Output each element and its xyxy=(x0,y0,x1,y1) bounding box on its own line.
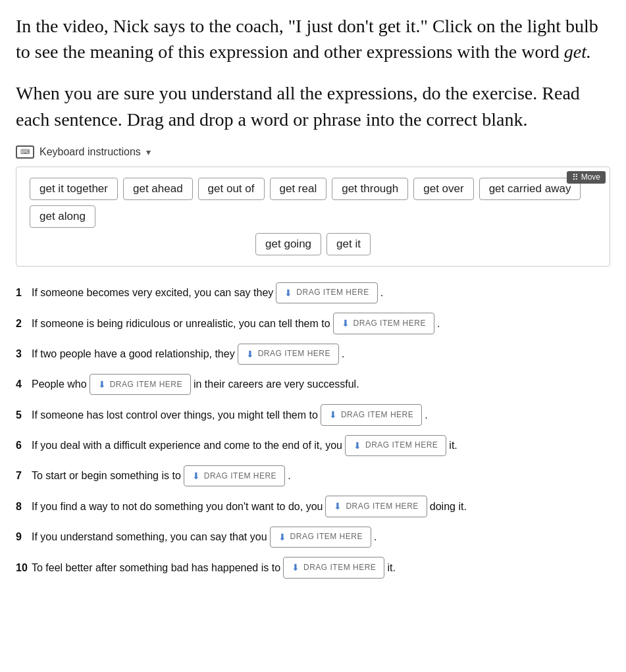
intro-paragraph-1: In the video, Nick says to the coach, "I… xyxy=(16,13,610,65)
chip-get-along[interactable]: get along xyxy=(30,205,95,228)
drop-arrow-7: ⬇ xyxy=(192,469,200,483)
question-7-after: . xyxy=(288,467,290,484)
question-5-before: If someone has lost control over things,… xyxy=(32,407,318,424)
question-7-before: To start or begin something is to xyxy=(32,467,181,484)
question-row-7: 7 To start or begin something is to ⬇ DR… xyxy=(16,465,610,486)
question-row-3: 3 If two people have a good relationship… xyxy=(16,344,610,365)
drop-zone-2[interactable]: ⬇ DRAG ITEM HERE xyxy=(333,313,434,334)
question-number-3: 3 xyxy=(16,346,28,363)
question-9-before: If you understand something, you can say… xyxy=(32,529,267,546)
question-row-10: 10 To feel better after something bad ha… xyxy=(16,557,610,578)
intro-text-part1: In the video, Nick says to the coach, "I… xyxy=(16,16,598,62)
question-8-after: doing it. xyxy=(430,498,467,515)
question-row-1: 1 If someone becomes very excited, you c… xyxy=(16,282,610,303)
drop-label-7: DRAG ITEM HERE xyxy=(204,470,276,482)
question-row-2: 2 If someone is being ridiculous or unre… xyxy=(16,313,610,334)
drag-chips-row1: get it together get ahead get out of get… xyxy=(30,178,596,228)
chip-get-through[interactable]: get through xyxy=(332,178,408,200)
question-row-9: 9 If you understand something, you can s… xyxy=(16,527,610,548)
chip-get-real[interactable]: get real xyxy=(270,178,327,200)
question-row-6: 6 If you deal with a difficult experienc… xyxy=(16,435,610,456)
drop-zone-3[interactable]: ⬇ DRAG ITEM HERE xyxy=(238,344,339,365)
move-button[interactable]: ⠿ Move xyxy=(567,171,606,184)
drop-arrow-9: ⬇ xyxy=(278,530,286,544)
drop-label-3: DRAG ITEM HERE xyxy=(258,348,330,360)
drop-arrow-4: ⬇ xyxy=(98,377,106,392)
question-3-after: . xyxy=(342,346,344,363)
move-label: Move xyxy=(581,172,600,182)
chip-get-going[interactable]: get going xyxy=(255,233,321,255)
keyboard-instructions-toggle[interactable]: ⌨ Keyboard instructions ▾ xyxy=(16,145,610,159)
chip-get-ahead[interactable]: get ahead xyxy=(123,178,193,200)
question-6-before: If you deal with a difficult experience … xyxy=(32,437,342,454)
question-9-after: . xyxy=(374,529,377,546)
drop-arrow-2: ⬇ xyxy=(342,316,350,330)
drop-arrow-6: ⬇ xyxy=(353,438,361,453)
question-row-4: 4 People who ⬇ DRAG ITEM HERE in their c… xyxy=(16,374,610,395)
question-2-before: If someone is being ridiculous or unreal… xyxy=(32,315,330,332)
question-row-5: 5 If someone has lost control over thing… xyxy=(16,404,610,425)
drop-label-9: DRAG ITEM HERE xyxy=(290,530,363,543)
drop-arrow-3: ⬇ xyxy=(246,347,254,361)
drop-zone-8[interactable]: ⬇ DRAG ITEM HERE xyxy=(325,496,427,517)
question-number-4: 4 xyxy=(16,376,28,393)
question-number-2: 2 xyxy=(16,315,28,332)
drop-label-1: DRAG ITEM HERE xyxy=(296,286,369,299)
drop-label-8: DRAG ITEM HERE xyxy=(346,500,418,513)
chip-get-it-together[interactable]: get it together xyxy=(30,178,118,200)
drop-label-10: DRAG ITEM HERE xyxy=(303,561,376,574)
question-4-after: in their careers are very successful. xyxy=(194,376,359,393)
question-8-before: If you find a way to not do something yo… xyxy=(32,498,323,515)
question-10-before: To feel better after something bad has h… xyxy=(32,559,280,577)
chip-get-out-of[interactable]: get out of xyxy=(198,178,265,200)
drop-zone-6[interactable]: ⬇ DRAG ITEM HERE xyxy=(345,435,446,456)
chip-get-over[interactable]: get over xyxy=(413,178,473,200)
question-1-after: . xyxy=(380,284,383,301)
question-row-8: 8 If you find a way to not do something … xyxy=(16,496,610,517)
drop-zone-4[interactable]: ⬇ DRAG ITEM HERE xyxy=(90,374,191,395)
question-4-before: People who xyxy=(32,376,87,393)
drag-chips-row2: get going get it xyxy=(30,233,596,255)
question-number-6: 6 xyxy=(16,437,28,454)
drop-zone-1[interactable]: ⬇ DRAG ITEM HERE xyxy=(276,282,377,303)
question-number-8: 8 xyxy=(16,498,28,515)
drop-arrow-1: ⬇ xyxy=(284,286,292,300)
question-number-1: 1 xyxy=(16,284,28,301)
question-number-7: 7 xyxy=(16,467,28,484)
question-3-before: If two people have a good relationship, … xyxy=(32,346,235,363)
question-number-5: 5 xyxy=(16,407,28,424)
drop-label-2: DRAG ITEM HERE xyxy=(353,317,426,330)
question-1-before: If someone becomes very excited, you can… xyxy=(32,284,273,301)
drop-label-6: DRAG ITEM HERE xyxy=(365,439,438,452)
drop-zone-5[interactable]: ⬇ DRAG ITEM HERE xyxy=(321,404,422,425)
keyboard-instructions-label: Keyboard instructions xyxy=(39,146,141,158)
question-10-after: it. xyxy=(387,559,395,577)
question-6-after: it. xyxy=(449,437,457,454)
chevron-down-icon: ▾ xyxy=(146,147,151,157)
question-2-after: . xyxy=(437,315,440,332)
chip-get-carried-away[interactable]: get carried away xyxy=(479,178,581,200)
move-icon: ⠿ xyxy=(572,172,579,182)
drag-items-container: ⠿ Move get it together get ahead get out… xyxy=(16,167,610,267)
question-number-10: 10 xyxy=(16,559,28,577)
questions-section: 1 If someone becomes very excited, you c… xyxy=(16,282,610,579)
keyboard-icon: ⌨ xyxy=(16,145,34,159)
drop-arrow-5: ⬇ xyxy=(329,407,337,422)
question-5-after: . xyxy=(425,407,427,424)
drop-arrow-10: ⬇ xyxy=(292,560,300,575)
question-number-9: 9 xyxy=(16,529,28,546)
drop-zone-7[interactable]: ⬇ DRAG ITEM HERE xyxy=(184,465,285,486)
drop-zone-9[interactable]: ⬇ DRAG ITEM HERE xyxy=(270,527,371,548)
chip-get-it[interactable]: get it xyxy=(326,233,371,255)
drop-zone-10[interactable]: ⬇ DRAG ITEM HERE xyxy=(283,557,384,578)
drop-label-5: DRAG ITEM HERE xyxy=(341,409,413,421)
intro-italic-word: get. xyxy=(564,41,591,62)
drop-arrow-8: ⬇ xyxy=(334,499,342,513)
drop-label-4: DRAG ITEM HERE xyxy=(110,378,182,391)
instructions-paragraph: When you are sure you understand all the… xyxy=(16,80,610,132)
